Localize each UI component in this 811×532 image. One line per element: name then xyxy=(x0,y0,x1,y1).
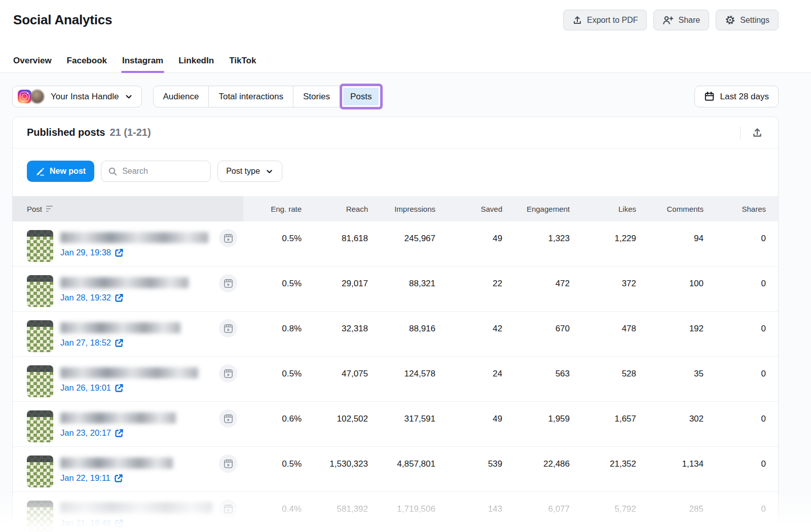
metric-value: 4,857,801 xyxy=(368,447,435,491)
post-thumbnail[interactable] xyxy=(27,455,53,487)
table-row: Jan 26, 19:01 0.5%47,07 xyxy=(13,357,778,402)
export-pdf-button[interactable]: Export to PDF xyxy=(563,10,647,30)
post-date-link[interactable]: Jan 28, 19:32 xyxy=(60,293,124,302)
metric-value: 192 xyxy=(636,312,704,356)
post-date-link[interactable]: Jan 27, 18:52 xyxy=(60,338,124,348)
view-posts[interactable]: Posts xyxy=(343,88,379,105)
reel-icon xyxy=(219,274,237,292)
column-header[interactable]: Likes xyxy=(570,196,636,221)
view-total-interactions[interactable]: Total interactions xyxy=(208,86,293,107)
table-row: Jan 27, 18:52 0.8%32,31 xyxy=(13,312,778,357)
metric-value: 285 xyxy=(636,492,704,532)
metric-value: 81,618 xyxy=(302,221,368,266)
filters-row: Your Insta Handle Audience Total interac… xyxy=(12,86,779,107)
table-body: Jan 29, 19:38 0.5%81,61 xyxy=(13,221,778,532)
external-link-icon xyxy=(115,429,124,438)
column-header[interactable]: Impressions xyxy=(368,196,435,221)
export-table-button[interactable] xyxy=(748,123,767,142)
platform-tabs: Overview Facebook Instagram LinkedIn Tik… xyxy=(0,51,811,73)
tab-overview[interactable]: Overview xyxy=(13,56,52,72)
metric-value: 102,502 xyxy=(302,402,368,446)
share-label: Share xyxy=(678,16,700,25)
post-type-filter[interactable]: Post type xyxy=(217,161,282,182)
metric-value: 1,719,506 xyxy=(368,492,435,532)
external-link-icon xyxy=(114,474,123,483)
metric-value: 5,792 xyxy=(570,492,636,532)
post-cell: Jan 22, 19:11 xyxy=(13,447,243,491)
reel-icon xyxy=(219,500,237,518)
export-icon xyxy=(572,15,582,25)
metric-value: 29,017 xyxy=(302,267,368,311)
column-header[interactable]: Eng. rate xyxy=(243,196,302,221)
metric-value: 581,392 xyxy=(302,492,368,532)
column-header[interactable]: Saved xyxy=(435,196,502,221)
table-row: Jan 21, 18:48 0.4%581,3 xyxy=(13,492,778,532)
metric-value: 35 xyxy=(636,357,704,401)
post-title-redacted xyxy=(60,322,180,333)
post-title-redacted xyxy=(60,277,189,288)
column-header[interactable]: Reach xyxy=(302,196,368,221)
column-header[interactable]: Engagement xyxy=(502,196,570,221)
metric-value: 0.5% xyxy=(243,447,302,491)
metric-value: 143 xyxy=(435,492,502,532)
post-thumbnail[interactable] xyxy=(27,275,53,307)
view-audience[interactable]: Audience xyxy=(153,86,209,107)
post-title-redacted xyxy=(60,412,176,424)
post-title-redacted xyxy=(60,458,173,469)
post-thumbnail[interactable] xyxy=(27,230,53,262)
gear-icon xyxy=(725,15,735,25)
post-date-link[interactable]: Jan 29, 19:38 xyxy=(60,248,124,257)
post-thumbnail[interactable] xyxy=(27,320,53,352)
metric-value: 317,591 xyxy=(368,402,435,446)
export-pdf-label: Export to PDF xyxy=(587,16,638,25)
tab-linkedin[interactable]: LinkedIn xyxy=(178,56,214,72)
post-date: Jan 22, 19:11 xyxy=(60,473,110,483)
account-selector[interactable]: Your Insta Handle xyxy=(12,86,142,107)
post-date: Jan 28, 19:32 xyxy=(60,293,111,302)
post-date-link[interactable]: Jan 23, 20:17 xyxy=(60,428,124,438)
post-date-link[interactable]: Jan 26, 19:01 xyxy=(60,383,124,393)
post-thumbnail[interactable] xyxy=(27,365,53,397)
table-row: Jan 22, 19:11 0.5%1,530 xyxy=(13,447,778,492)
metric-value: 1,657 xyxy=(570,402,636,446)
post-date-link[interactable]: Jan 21, 18:48 xyxy=(60,518,124,528)
metric-value: 49 xyxy=(435,402,502,446)
metric-value: 100 xyxy=(636,267,704,311)
metric-value: 0 xyxy=(704,492,766,532)
post-date-link[interactable]: Jan 22, 19:11 xyxy=(60,473,123,483)
settings-button[interactable]: Settings xyxy=(716,10,779,30)
search-box xyxy=(101,161,211,182)
post-thumbnail[interactable] xyxy=(27,410,53,442)
search-input[interactable] xyxy=(122,167,198,176)
date-range-label: Last 28 days xyxy=(720,92,769,102)
instagram-logo-icon xyxy=(18,90,31,103)
metric-value: 24 xyxy=(435,357,502,401)
post-thumbnail[interactable] xyxy=(27,501,53,532)
metric-value: 94 xyxy=(636,221,704,266)
metric-value: 472 xyxy=(502,267,570,311)
page-title: Social Analytics xyxy=(13,12,112,28)
date-range-selector[interactable]: Last 28 days xyxy=(694,86,779,107)
metric-value: 49 xyxy=(435,221,502,266)
settings-label: Settings xyxy=(740,16,769,25)
new-post-button[interactable]: New post xyxy=(27,161,94,182)
tab-tiktok[interactable]: TikTok xyxy=(229,56,256,72)
post-type-label: Post type xyxy=(226,167,260,176)
post-cell: Jan 27, 18:52 xyxy=(13,312,243,356)
column-header[interactable]: Comments xyxy=(636,196,704,221)
post-cell: Jan 29, 19:38 xyxy=(13,221,243,266)
account-avatar xyxy=(30,90,44,103)
view-stories[interactable]: Stories xyxy=(293,86,340,107)
metric-value: 563 xyxy=(502,357,570,401)
tab-facebook[interactable]: Facebook xyxy=(67,56,107,72)
metric-value: 0.5% xyxy=(243,357,302,401)
header-actions: Export to PDF Share Settings xyxy=(563,10,779,30)
post-date: Jan 21, 18:48 xyxy=(60,518,111,528)
reel-icon xyxy=(219,409,237,428)
account-label: Your Insta Handle xyxy=(51,92,119,102)
post-date: Jan 23, 20:17 xyxy=(60,428,111,438)
share-button[interactable]: Share xyxy=(653,10,709,30)
tab-instagram[interactable]: Instagram xyxy=(122,56,163,72)
column-header-post[interactable]: Post xyxy=(13,196,243,221)
column-header[interactable]: Shares xyxy=(704,196,766,221)
